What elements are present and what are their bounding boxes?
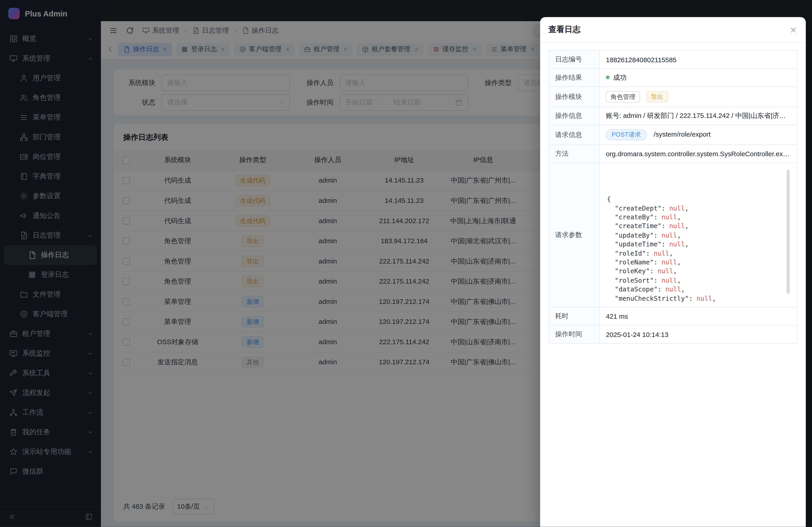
code-line: "updateTime": null, (607, 240, 784, 249)
result-value: 成功 (613, 74, 627, 81)
log-detail-drawer: 查看日志 日志编号 1882612840802115585 操作结果 成功 操作… (540, 17, 806, 527)
detail-row-module: 操作模块 角色管理 导出 (549, 87, 797, 107)
detail-row-log-id: 日志编号 1882612840802115585 (549, 50, 797, 69)
code-line: "roleId": null, (607, 249, 784, 258)
post-method-tag: POST请求 (606, 130, 647, 140)
op-time-value: 2025-01-24 10:14:13 (599, 325, 797, 343)
code-line: "roleSort": null, (607, 276, 784, 285)
log-id-label: 日志编号 (549, 50, 599, 69)
code-line: "roleKey": null, (607, 267, 784, 276)
request-label: 请求信息 (549, 125, 599, 145)
duration-label: 耗时 (549, 307, 599, 325)
viewport: Plus Admin 概览系统管理用户管理角色管理菜单管理部门管理岗位管理字典管… (0, 0, 812, 527)
op-time-detail-label: 操作时间 (549, 325, 599, 343)
op-info-label: 操作信息 (549, 107, 599, 125)
params-label: 请求参数 (549, 163, 599, 307)
action-tag: 导出 (646, 91, 668, 103)
detail-row-params: 请求参数 { "createDept": null, "createBy": n… (549, 163, 797, 307)
code-line: "roleName": null, (607, 258, 784, 267)
close-icon[interactable] (789, 26, 798, 34)
detail-row-duration: 耗时 421 ms (549, 307, 797, 325)
method-value: org.dromara.system.controller.system.Sys… (599, 145, 797, 163)
method-label: 方法 (549, 145, 599, 163)
code-line: "createTime": null, (607, 222, 784, 231)
detail-row-op-time: 操作时间 2025-01-24 10:14:13 (549, 325, 797, 343)
result-label: 操作结果 (549, 69, 599, 87)
code-line: "dataScope": null, (607, 285, 784, 294)
detail-row-method: 方法 org.dromara.system.controller.system.… (549, 145, 797, 163)
log-id-value: 1882612840802115585 (599, 50, 797, 69)
detail-row-result: 操作结果 成功 (549, 69, 797, 87)
code-scrollbar[interactable] (786, 170, 790, 294)
op-info-value: 账号: admin / 研发部门 / 222.175.114.242 / 中国|… (599, 107, 797, 125)
code-line: "createDept": null, (607, 204, 784, 213)
success-dot-icon (606, 76, 609, 79)
detail-row-request: 请求信息 POST请求 /system/role/export (549, 125, 797, 145)
request-url: /system/role/export (654, 130, 710, 138)
drawer-header: 查看日志 (540, 17, 806, 43)
code-line: "createBy": null, (607, 213, 784, 222)
log-detail-table: 日志编号 1882612840802115585 操作结果 成功 操作模块 角色… (548, 50, 797, 344)
code-line: { (607, 195, 784, 204)
duration-value: 421 ms (599, 307, 797, 325)
detail-row-op-info: 操作信息 账号: admin / 研发部门 / 222.175.114.242 … (549, 107, 797, 125)
code-line: "updateBy": null, (607, 231, 784, 240)
code-line: "menuCheckStrictly": null, (607, 294, 784, 303)
drawer-body: 日志编号 1882612840802115585 操作结果 成功 操作模块 角色… (540, 43, 806, 351)
drawer-title: 查看日志 (548, 24, 580, 35)
module-tag: 角色管理 (606, 91, 640, 103)
request-params-code[interactable]: { "createDept": null, "createBy": null, … (606, 167, 791, 303)
module-label: 操作模块 (549, 87, 599, 107)
